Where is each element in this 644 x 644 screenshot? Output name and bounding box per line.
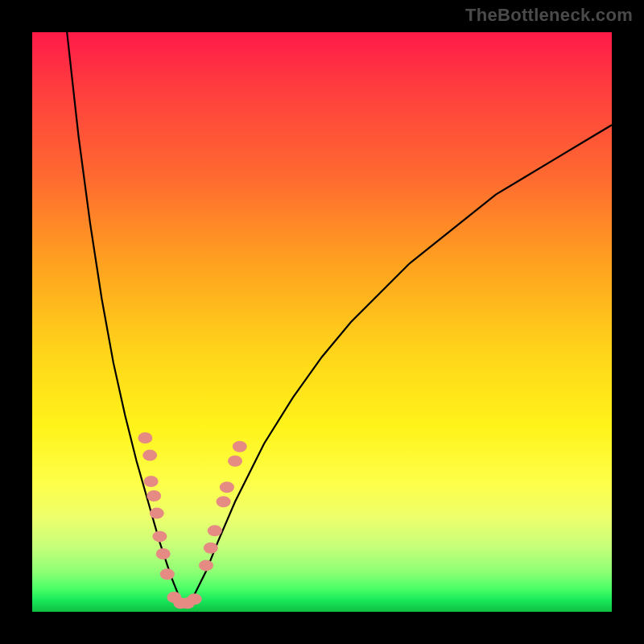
gpu-bead [228,456,242,467]
gpu-bead [199,559,213,571]
gpu-bead [150,508,164,519]
gpu-bead [204,543,218,554]
gpu-bead [138,432,152,444]
chart-svg [32,32,612,612]
chart-stage: TheBottleneck.com [0,0,644,644]
gpu-bead [147,490,161,502]
gpu-bead [233,441,247,452]
gpu-bead [160,568,175,580]
watermark-text: TheBottleneck.com [465,5,633,26]
gpu-bead [156,548,171,559]
gpu-bead [142,450,157,461]
gpu-bead [208,525,222,536]
gpu-bead [188,593,202,605]
gpu-bead [217,496,231,507]
bottleneck-curve-path [67,32,612,606]
gpu-bead [144,476,159,487]
plot-area [32,32,612,612]
gpu-bead [152,530,167,542]
gpu-bead [220,481,234,493]
